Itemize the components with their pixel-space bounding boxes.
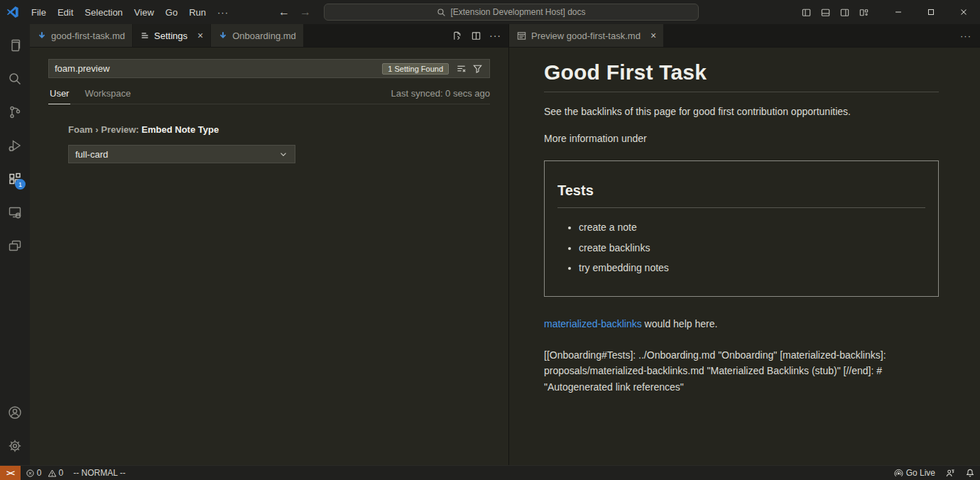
command-center-search[interactable]: [Extension Development Host] docs <box>324 4 699 21</box>
notifications-bell-icon[interactable] <box>960 466 980 480</box>
embedded-note-heading: Tests <box>557 182 925 208</box>
editor-windows-icon[interactable] <box>0 229 30 262</box>
maximize-button[interactable] <box>915 0 947 24</box>
remote-indicator[interactable]: >< <box>0 466 21 480</box>
problems-indicator[interactable]: 0 0 <box>21 466 68 480</box>
last-synced-label: Last synced: 0 secs ago <box>391 88 490 104</box>
editor-group-right: Preview good-first-task.md × ··· Good Fi… <box>509 24 980 465</box>
history-nav: ← → <box>278 0 311 24</box>
search-sidebar-icon[interactable] <box>0 62 30 95</box>
error-icon <box>26 469 35 478</box>
settings-search-input[interactable]: foam.preview 1 Setting Found <box>48 59 490 78</box>
menu-view[interactable]: View <box>129 4 160 21</box>
more-actions-icon[interactable]: ··· <box>488 30 503 41</box>
close-tab-icon[interactable]: × <box>197 30 203 41</box>
markdown-file-icon <box>37 31 47 40</box>
menu-more-ellipsis[interactable]: ··· <box>212 4 234 21</box>
warning-icon <box>48 469 57 478</box>
setting-name-label: Embed Note Type <box>141 124 219 135</box>
settings-result-count-badge: 1 Setting Found <box>382 63 449 75</box>
tab-preview-good-first-task[interactable]: Preview good-first-task.md × <box>509 24 664 47</box>
link-suffix-text: would help here. <box>642 318 718 329</box>
run-and-debug-icon[interactable] <box>0 129 30 162</box>
tab-label: Preview good-first-task.md <box>531 31 641 41</box>
filter-settings-icon[interactable] <box>469 62 486 75</box>
menu-go[interactable]: Go <box>160 4 183 21</box>
settings-editor: foam.preview 1 Setting Found User Worksp… <box>30 48 508 163</box>
toggle-panel-icon[interactable] <box>817 4 834 21</box>
remote-explorer-icon[interactable] <box>0 195 30 229</box>
settings-scope-tabs: User Workspace Last synced: 0 secs ago <box>48 88 490 104</box>
warning-count: 0 <box>59 468 64 478</box>
preview-title: Good First Task <box>544 60 939 92</box>
menu-selection[interactable]: Selection <box>79 4 128 21</box>
extensions-badge: 1 <box>15 179 26 190</box>
explorer-icon[interactable] <box>0 28 30 62</box>
list-item: try embedding notes <box>579 261 925 276</box>
tab-settings[interactable]: Settings × <box>133 24 211 47</box>
activity-bar: 1 <box>0 24 30 465</box>
broadcast-icon <box>894 469 903 478</box>
open-preview-icon <box>516 31 527 41</box>
tab-label: good-first-task.md <box>51 31 125 41</box>
split-editor-icon[interactable] <box>469 28 484 43</box>
embed-note-type-dropdown[interactable]: full-card <box>68 145 295 163</box>
source-control-icon[interactable] <box>0 95 30 129</box>
remote-icon: >< <box>6 469 14 477</box>
tab-label: Settings <box>154 31 187 41</box>
scope-tab-workspace[interactable]: Workspace <box>83 88 132 104</box>
markdown-file-icon <box>218 31 228 40</box>
go-live-label: Go Live <box>906 468 935 478</box>
tests-list: create a note create backlinks try embed… <box>579 221 925 276</box>
vim-mode-indicator[interactable]: -- NORMAL -- <box>68 466 131 480</box>
close-tab-icon[interactable]: × <box>650 30 656 41</box>
toggle-secondary-sidebar-icon[interactable] <box>837 4 853 21</box>
error-count: 0 <box>37 468 42 478</box>
command-center-label: [Extension Development Host] docs <box>450 7 585 17</box>
tab-label: Onboarding.md <box>232 31 296 41</box>
settings-gear-icon[interactable] <box>0 429 30 462</box>
minimize-button[interactable] <box>882 0 915 24</box>
search-icon <box>437 8 446 17</box>
list-item: create a note <box>579 221 925 235</box>
menu-edit[interactable]: Edit <box>52 4 79 21</box>
tab-onboarding[interactable]: Onboarding.md <box>211 24 304 47</box>
setting-category-label: Foam › Preview: <box>68 124 141 135</box>
feedback-icon[interactable] <box>940 466 960 480</box>
list-item: create backlinks <box>579 241 925 256</box>
titlebar: File Edit Selection View Go Run ··· ← → … <box>0 0 980 24</box>
back-arrow-icon[interactable]: ← <box>278 6 290 18</box>
scope-tab-user[interactable]: User <box>48 88 70 104</box>
preview-paragraph: See the backlinks of this page for good … <box>544 104 939 119</box>
settings-list-icon <box>140 31 150 40</box>
tab-good-first-task[interactable]: good-first-task.md <box>30 24 133 47</box>
menubar: File Edit Selection View Go Run ··· <box>26 4 234 21</box>
more-actions-icon[interactable]: ··· <box>960 24 980 47</box>
customize-layout-icon[interactable] <box>856 4 872 21</box>
tabbar-left: good-first-task.md Settings × Onboarding… <box>30 24 508 48</box>
preview-paragraph: More information under <box>544 131 939 146</box>
dropdown-value: full-card <box>75 149 108 160</box>
clear-settings-filter-icon[interactable] <box>453 62 469 75</box>
open-settings-json-icon[interactable] <box>450 28 464 43</box>
vim-mode-label: -- NORMAL -- <box>73 468 126 478</box>
extensions-icon[interactable]: 1 <box>0 162 30 195</box>
materialized-backlinks-link[interactable]: materialized-backlinks <box>544 318 642 329</box>
chevron-down-icon <box>278 149 288 159</box>
vscode-logo-icon <box>0 6 26 18</box>
go-live-button[interactable]: Go Live <box>889 466 940 480</box>
menu-file[interactable]: File <box>26 4 52 21</box>
close-window-button[interactable] <box>947 0 980 24</box>
accounts-icon[interactable] <box>0 396 30 429</box>
preview-paragraph: materialized-backlinks would help here. <box>544 317 939 332</box>
toggle-primary-sidebar-icon[interactable] <box>798 4 815 21</box>
editor-group-left: good-first-task.md Settings × Onboarding… <box>30 24 509 465</box>
link-references-text: [[Onboarding#Tests]: ../Onboarding.md "O… <box>544 347 939 396</box>
setting-embed-note-type: Foam › Preview: Embed Note Type full-car… <box>68 124 490 163</box>
status-bar: >< 0 0 -- NORMAL -- Go Live <box>0 465 980 480</box>
menu-run[interactable]: Run <box>183 4 212 21</box>
markdown-preview: Good First Task See the backlinks of thi… <box>509 48 980 396</box>
forward-arrow-icon[interactable]: → <box>300 6 311 18</box>
tabbar-right: Preview good-first-task.md × ··· <box>509 24 980 48</box>
embedded-note-card: Tests create a note create backlinks try… <box>544 160 939 297</box>
